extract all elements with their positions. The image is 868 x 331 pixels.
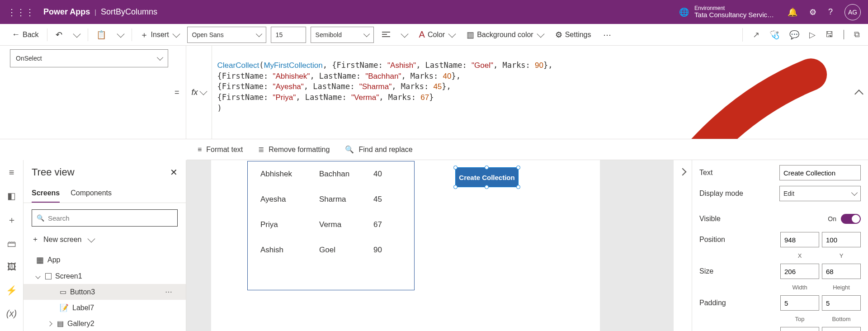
prop-display-mode-label: Display mode [699,189,779,198]
prop-display-mode-select[interactable]: Edit [779,186,861,201]
property-dropdown[interactable]: OnSelect [10,49,168,67]
fx-icon[interactable]: fx [186,46,212,139]
insert-icon[interactable]: ＋ [7,214,16,226]
bg-color-button[interactable]: ▥Background color [463,27,547,43]
tree-view-icon[interactable]: ◧ [7,190,16,201]
paste-split[interactable] [114,30,127,39]
table-row[interactable]: PriyaVerma67 [248,212,414,237]
align-button[interactable] [378,29,394,41]
more-icon[interactable]: ⋯ [165,288,173,296]
chevron-down-icon [35,274,40,279]
close-icon[interactable]: ✕ [170,167,178,178]
search-input[interactable]: 🔍 [32,209,178,227]
more-button[interactable]: ⋯ [599,27,615,43]
command-bar: ←Back ↶ 📋 ＋Insert Open Sans 15 Semibold … [0,24,868,46]
button-icon: ▭ [60,288,66,296]
prop-size-label: Size [699,267,780,275]
prop-text-input[interactable] [779,165,861,180]
table-row[interactable]: AbhishekBachhan40 [248,161,414,187]
align-split[interactable] [398,30,411,39]
share-icon[interactable]: ↗ [753,30,760,40]
environment-picker[interactable]: 🌐 Environment Tata Consultancy Servic… [679,5,774,19]
back-button[interactable]: ←Back [8,27,42,42]
product-name: Power Apps [43,7,90,17]
save-icon[interactable]: 🖫 [826,30,834,39]
undo-button[interactable]: ↶ [52,27,66,43]
tree-item-label7[interactable]: 📝Label7 [24,300,186,316]
help-icon[interactable]: ? [828,7,833,17]
app-header: ⋮⋮⋮ Power Apps | SortByColumns 🌐 Environ… [0,0,868,24]
properties-panel: Text Display mode Edit Visible On Positi… [692,160,868,331]
tree-title: Tree view [32,166,75,178]
tab-components[interactable]: Components [71,184,112,203]
gallery-control[interactable]: Student Details AbhishekBachhan40 Ayesha… [247,161,415,290]
paste-button[interactable]: 📋 [93,27,110,43]
remove-formatting-button[interactable]: ≣Remove formatting [258,145,330,154]
checkmark-annotation [515,46,850,139]
tree-item-gallery2[interactable]: ▤Gallery2 [24,316,186,331]
expand-strip[interactable] [674,160,692,331]
font-weight-dropdown[interactable]: Semibold [311,27,374,43]
font-size-dropdown[interactable]: 15 [271,27,306,43]
hamburger-icon[interactable]: ≡ [9,167,14,178]
flows-icon[interactable]: ⚡ [6,285,17,296]
tab-screens[interactable]: Screens [32,184,60,203]
publish-icon[interactable]: ⧉ [854,30,860,39]
prop-pad-top-input[interactable] [780,295,819,311]
create-collection-button[interactable]: Create Collection [455,167,519,187]
comments-icon[interactable]: 💬 [789,30,799,40]
environment-icon: 🌐 [679,7,689,17]
prop-position-label: Position [699,236,780,244]
find-replace-button[interactable]: 🔍Find and replace [345,145,412,154]
formula-bar: OnSelect = fx ClearCollect(MyFirstCollec… [0,46,868,139]
equals-icon: = [168,46,186,139]
format-text-button[interactable]: ≡Format text [198,146,243,154]
formula-toolbar: ≡Format text ≣Remove formatting 🔍Find an… [187,139,868,160]
prop-padding-label: Padding [699,299,780,307]
tree-item-screen1[interactable]: Screen1 [24,269,186,284]
label-icon: 📝 [60,303,69,312]
chevron-right-icon [679,168,687,176]
undo-split[interactable] [71,30,83,39]
gallery-icon: ▤ [57,319,64,328]
prop-x-input[interactable] [780,232,819,247]
waffle-icon[interactable]: ⋮⋮⋮ [7,7,34,18]
notifications-icon[interactable]: 🔔 [788,7,797,17]
left-rail: ≡ ◧ ＋ 🗃 🖼 ⚡ (x) 🛠 🔍 [0,160,24,331]
tree-view-panel: Tree view ✕ Screens Components 🔍 ＋New sc… [24,160,186,331]
avatar[interactable]: AG [844,4,861,20]
screen-icon [45,273,52,279]
app-icon: ▦ [36,255,44,265]
tree-item-button3[interactable]: ▭Button3⋯ [24,284,186,300]
formula-editor[interactable]: ClearCollect(MyFirstCollection, {FirstNa… [212,46,850,139]
table-row[interactable]: AyeshaSharma45 [248,187,414,212]
table-row[interactable]: AshishGoel90 [248,237,414,263]
formula-expand-icon[interactable] [850,46,868,139]
prop-visible-toggle[interactable] [841,214,861,224]
media-icon[interactable]: 🖼 [7,262,16,272]
chevron-right-icon [47,321,52,326]
variables-icon[interactable]: (x) [6,308,17,319]
prop-text-label: Text [699,169,779,177]
insert-button[interactable]: ＋Insert [137,27,183,43]
prop-visible-label: Visible [699,215,828,223]
settings-button[interactable]: ⚙Settings [552,27,595,43]
preview-icon[interactable]: ▷ [809,30,816,40]
prop-width-input[interactable] [780,264,819,279]
font-color-button[interactable]: AColor [415,27,459,43]
app-name: SortByColumns [101,7,157,17]
search-icon: 🔍 [37,214,44,222]
prop-height-input[interactable] [822,264,861,279]
tree-item-app[interactable]: ▦App [24,251,186,269]
prop-pad-left-input[interactable] [780,327,819,331]
prop-pad-right-input[interactable] [822,327,861,331]
checker-icon[interactable]: 🩺 [769,30,779,40]
save-split-icon[interactable] [844,30,844,39]
prop-y-input[interactable] [822,232,861,247]
new-screen-button[interactable]: ＋New screen [24,231,186,248]
prop-pad-bottom-input[interactable] [822,295,861,311]
settings-icon[interactable]: ⚙ [809,7,816,17]
font-dropdown[interactable]: Open Sans [187,27,266,43]
canvas-area[interactable]: Student Details AbhishekBachhan40 Ayesha… [186,160,674,331]
data-icon[interactable]: 🗃 [7,239,16,249]
